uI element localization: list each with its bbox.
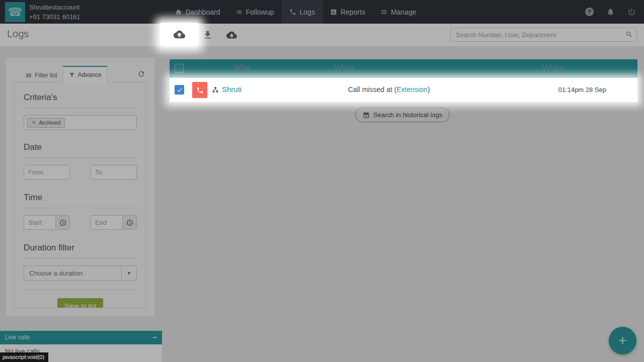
phone-icon — [196, 86, 204, 94]
table-row[interactable]: Shruti Call missed at (Extension) 01:14p… — [170, 78, 637, 102]
check-icon — [177, 87, 183, 93]
cloud-upload-icon — [174, 29, 185, 40]
status-bar-link-tooltip: javascript:void(0) — [0, 352, 48, 362]
caller-name-link[interactable]: Shruti — [222, 85, 242, 94]
extension-link[interactable]: Extension — [396, 85, 427, 94]
event-prefix: Call missed at ( — [348, 85, 396, 94]
cloud-upload-button[interactable] — [160, 23, 199, 46]
sitemap-icon — [212, 86, 219, 94]
call-timestamp: 01:14pm 28 Sep — [558, 86, 606, 94]
row-checkbox[interactable] — [175, 85, 184, 95]
call-event-text: Call missed at (Extension) — [348, 85, 430, 94]
event-suffix: ) — [428, 85, 430, 94]
tour-dim-overlay — [0, 0, 644, 362]
missed-call-badge — [192, 82, 207, 98]
